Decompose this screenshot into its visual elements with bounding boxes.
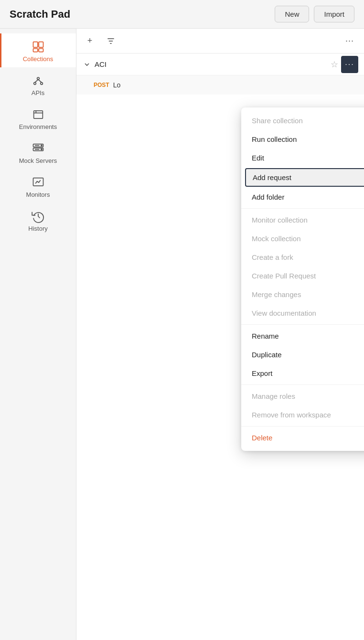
menu-monitor-label: Monitor collection [252, 216, 308, 224]
request-row[interactable]: POST Lo [76, 75, 364, 95]
request-name: Lo [113, 81, 121, 89]
menu-run-label: Run collection [252, 135, 297, 143]
svg-point-15 [41, 149, 42, 150]
menu-item-monitor[interactable]: Monitor collection [241, 211, 364, 229]
menu-item-share[interactable]: Share collection [241, 111, 364, 130]
sidebar-mock-servers-label: Mock Servers [19, 157, 57, 164]
history-icon [32, 210, 45, 223]
svg-point-5 [33, 83, 36, 85]
menu-share-label: Share collection [252, 117, 303, 125]
menu-divider-3 [241, 384, 364, 385]
menu-docs-label: View documentation [252, 309, 316, 317]
menu-item-merge[interactable]: Merge changes [241, 285, 364, 304]
sidebar-item-mock-servers[interactable]: Mock Servers [0, 135, 76, 169]
menu-export-label: Export [252, 369, 272, 377]
menu-add-folder-label: Add folder [252, 193, 284, 201]
new-button[interactable]: New [275, 6, 309, 22]
menu-item-pull-request[interactable]: Create Pull Request [241, 267, 364, 285]
menu-merge-label: Merge changes [252, 290, 301, 299]
menu-delete-label: Delete [252, 434, 272, 442]
menu-item-edit[interactable]: Edit [241, 149, 364, 167]
content-toolbar: + ··· [76, 29, 364, 53]
menu-item-roles[interactable]: Manage roles [241, 387, 364, 405]
svg-line-7 [35, 80, 38, 83]
svg-point-6 [40, 83, 43, 85]
monitors-icon [32, 176, 45, 189]
collection-chevron[interactable] [82, 60, 92, 69]
svg-point-14 [41, 145, 42, 146]
svg-rect-1 [39, 42, 43, 48]
header-buttons: New Import [275, 6, 354, 22]
import-button[interactable]: Import [314, 6, 354, 22]
context-menu: Share collection Run collection Edit Add… [241, 107, 364, 451]
main-layout: Collections APIs Environments [0, 29, 364, 640]
svg-point-4 [37, 77, 39, 80]
menu-divider-1 [241, 208, 364, 209]
svg-rect-0 [33, 42, 37, 48]
menu-duplicate-label: Duplicate [252, 351, 282, 359]
menu-item-docs[interactable]: View documentation [241, 304, 364, 322]
collections-icon [32, 40, 45, 53]
sidebar-monitors-label: Monitors [26, 191, 50, 198]
content-area: + ··· ACI ☆ ··· POST [76, 29, 364, 640]
menu-item-rename[interactable]: Rename ⌘E [241, 327, 364, 345]
sidebar-apis-label: APIs [32, 89, 44, 96]
chevron-down-icon [83, 61, 91, 68]
app-title: Scratch Pad [10, 8, 70, 21]
add-button[interactable]: + [82, 33, 97, 49]
menu-item-add-request[interactable]: Add request [245, 168, 364, 187]
menu-item-add-folder[interactable]: Add folder [241, 188, 364, 206]
sidebar-item-monitors[interactable]: Monitors [0, 169, 76, 203]
method-badge: POST [94, 82, 109, 88]
menu-remove-label: Remove from workspace [252, 411, 331, 419]
apis-icon [32, 74, 45, 87]
sidebar-environments-label: Environments [19, 123, 57, 130]
collection-row: ACI ☆ ··· [76, 53, 364, 75]
menu-item-export[interactable]: Export [241, 364, 364, 383]
menu-item-remove[interactable]: Remove from workspace [241, 405, 364, 424]
filter-button[interactable] [103, 33, 118, 49]
menu-fork-label: Create a fork [252, 253, 293, 261]
app-header: Scratch Pad New Import [0, 0, 364, 29]
toolbar-more-button[interactable]: ··· [341, 33, 358, 49]
menu-divider-2 [241, 324, 364, 325]
menu-item-run[interactable]: Run collection [241, 130, 364, 149]
svg-rect-3 [39, 49, 43, 52]
mock-servers-icon [32, 142, 45, 155]
menu-mock-label: Mock collection [252, 235, 301, 243]
menu-roles-label: Manage roles [252, 392, 295, 400]
menu-item-duplicate[interactable]: Duplicate ⌘D [241, 345, 364, 364]
menu-item-mock[interactable]: Mock collection [241, 229, 364, 248]
menu-edit-label: Edit [252, 154, 264, 162]
svg-line-8 [38, 80, 42, 83]
collection-more-button[interactable]: ··· [341, 56, 358, 73]
sidebar-item-collections[interactable]: Collections [0, 33, 76, 67]
sidebar-item-history[interactable]: History [0, 203, 76, 237]
sidebar-collections-label: Collections [23, 55, 54, 63]
filter-icon [106, 36, 116, 46]
menu-item-delete[interactable]: Delete ⌫ [241, 428, 364, 447]
menu-divider-4 [241, 426, 364, 427]
svg-rect-2 [33, 49, 37, 52]
sidebar-item-apis[interactable]: APIs [0, 67, 76, 101]
sidebar-item-environments[interactable]: Environments [0, 101, 76, 135]
sidebar: Collections APIs Environments [0, 29, 76, 640]
menu-rename-label: Rename [252, 332, 279, 340]
star-button[interactable]: ☆ [328, 58, 341, 71]
menu-pull-request-label: Create Pull Request [252, 272, 316, 280]
menu-item-fork[interactable]: Create a fork [241, 248, 364, 267]
svg-rect-9 [33, 111, 43, 118]
sidebar-history-label: History [28, 225, 47, 232]
environments-icon [32, 108, 45, 121]
menu-add-request-label: Add request [253, 173, 291, 181]
collection-name: ACI [95, 60, 328, 68]
